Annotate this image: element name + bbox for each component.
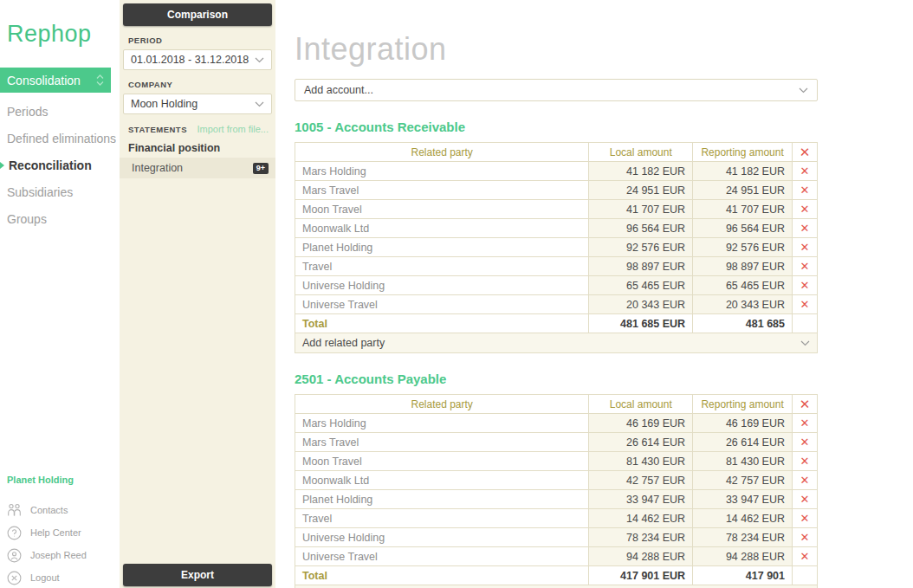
column-header-related-party: Related party (295, 395, 589, 414)
sidebar-item-consolidation[interactable]: Consolidation (0, 68, 111, 93)
delete-row-icon[interactable]: ✕ (800, 241, 810, 254)
local-amount-cell: 41 182 EUR (589, 162, 693, 181)
contacts-icon (7, 503, 22, 517)
table-header-row: Related party Local amount Reporting amo… (295, 395, 818, 414)
sidebar-item-defined-eliminations[interactable]: Defined eliminations (0, 125, 120, 152)
total-label-cell: Total (295, 566, 589, 585)
reporting-amount-cell: 81 430 EUR (693, 452, 793, 471)
delete-row-icon[interactable]: ✕ (800, 436, 810, 449)
delete-row-icon[interactable]: ✕ (800, 531, 810, 544)
table-row: Mars Holding 41 182 EUR 41 182 EUR ✕ (295, 162, 818, 181)
period-label: PERIOD (128, 36, 267, 45)
total-row: Total 481 685 EUR 481 685 (295, 314, 818, 333)
total-row: Total 417 901 EUR 417 901 (295, 566, 818, 585)
chevron-down-icon (255, 57, 264, 63)
table-row: Mars Travel 24 951 EUR 24 951 EUR ✕ (295, 181, 818, 200)
column-header-reporting-amount: Reporting amount (693, 395, 793, 414)
import-from-file-link[interactable]: Import from file... (197, 124, 269, 134)
local-amount-cell: 14 462 EUR (589, 509, 693, 528)
table-row: Moon Travel 41 707 EUR 41 707 EUR ✕ (295, 200, 818, 219)
account-section: 2501 - Accounts Payable Related party Lo… (295, 372, 818, 588)
chevron-down-icon (800, 340, 810, 346)
table-row: Universe Holding 65 465 EUR 65 465 EUR ✕ (295, 276, 818, 295)
local-amount-cell: 96 564 EUR (589, 219, 693, 238)
chevron-down-icon (255, 101, 264, 107)
sidebar-item-subsidiaries[interactable]: Subsidiaries (0, 178, 120, 205)
delete-row-icon[interactable]: ✕ (800, 203, 810, 216)
account-heading: 2501 - Accounts Payable (295, 372, 818, 386)
reporting-amount-cell: 65 465 EUR (693, 276, 793, 295)
total-reporting-cell: 481 685 (693, 314, 793, 333)
table-row: Travel 14 462 EUR 14 462 EUR ✕ (295, 509, 818, 528)
user-profile-link[interactable]: Joseph Reed (7, 544, 120, 566)
related-party-cell: Mars Holding (295, 162, 589, 181)
page-title: Integration (295, 31, 913, 68)
delete-row-icon[interactable]: ✕ (800, 493, 810, 506)
local-amount-cell: 94 288 EUR (589, 547, 693, 566)
reporting-amount-cell: 46 169 EUR (693, 414, 793, 433)
related-party-cell: Moonwalk Ltd (295, 471, 589, 490)
delete-row-icon[interactable]: ✕ (800, 512, 810, 525)
total-label-cell: Total (295, 314, 589, 333)
table-row: Travel 98 897 EUR 98 897 EUR ✕ (295, 257, 818, 276)
delete-row-icon[interactable]: ✕ (800, 455, 810, 468)
add-related-party-select[interactable]: Add related party (295, 333, 818, 353)
local-amount-cell: 24 951 EUR (589, 181, 693, 200)
app-logo: Rephop (7, 21, 92, 48)
related-party-cell: Moon Travel (295, 452, 589, 471)
sidebar-item-periods[interactable]: Periods (0, 98, 120, 125)
delete-row-icon[interactable]: ✕ (800, 279, 810, 292)
total-local-cell: 481 685 EUR (589, 314, 693, 333)
column-header-local-amount: Local amount (589, 395, 693, 414)
related-party-cell: Universe Travel (295, 547, 589, 566)
delete-row-icon[interactable]: ✕ (800, 417, 810, 430)
chevron-updown-icon (96, 74, 104, 86)
statements-label: STATEMENTS (128, 125, 187, 134)
related-party-cell: Universe Holding (295, 276, 589, 295)
company-select[interactable]: Moon Holding (123, 94, 272, 114)
statement-financial-position[interactable]: Financial position (120, 139, 275, 158)
delete-row-icon[interactable]: ✕ (800, 550, 810, 563)
logout-icon (7, 571, 22, 585)
local-amount-cell: 98 897 EUR (589, 257, 693, 276)
delete-row-icon[interactable]: ✕ (800, 222, 810, 235)
period-select[interactable]: 01.01.2018 - 31.12.2018 (123, 49, 272, 70)
table-row: Universe Holding 78 234 EUR 78 234 EUR ✕ (295, 528, 818, 547)
comparison-button[interactable]: Comparison (123, 3, 272, 26)
reconciliation-table: Related party Local amount Reporting amo… (295, 394, 818, 585)
logout-link[interactable]: Logout (7, 566, 120, 588)
delete-row-icon[interactable]: ✕ (800, 474, 810, 487)
local-amount-cell: 41 707 EUR (589, 200, 693, 219)
comparison-panel: Comparison PERIOD 01.01.2018 - 31.12.201… (120, 0, 275, 588)
export-button[interactable]: Export (123, 564, 272, 586)
total-reporting-cell: 417 901 (693, 566, 793, 585)
related-party-cell: Planet Holding (295, 238, 589, 257)
local-amount-cell: 33 947 EUR (589, 490, 693, 509)
delete-row-icon[interactable]: ✕ (800, 165, 810, 178)
delete-account-icon[interactable]: ✕ (800, 145, 811, 159)
statement-integration[interactable]: Integration 9+ (120, 158, 275, 178)
help-center-link[interactable]: Help Center (7, 521, 120, 544)
reporting-amount-cell: 14 462 EUR (693, 509, 793, 528)
sidebar-item-groups[interactable]: Groups (0, 205, 120, 232)
delete-row-icon[interactable]: ✕ (800, 260, 810, 273)
contacts-link[interactable]: Contacts (7, 499, 120, 521)
add-account-select[interactable]: Add account... (295, 79, 818, 101)
reporting-amount-cell: 94 288 EUR (693, 547, 793, 566)
local-amount-cell: 78 234 EUR (589, 528, 693, 547)
reporting-amount-cell: 98 897 EUR (693, 257, 793, 276)
account-section: 1005 - Accounts Receivable Related party… (295, 120, 818, 353)
delete-row-icon[interactable]: ✕ (800, 298, 810, 311)
main-navigation: Consolidation Periods Defined eliminatio… (0, 68, 120, 232)
company-label: COMPANY (128, 80, 267, 89)
related-party-cell: Moon Travel (295, 200, 589, 219)
sidebar-item-reconciliation[interactable]: Reconciliation (0, 152, 120, 178)
sidebar: Rephop Consolidation Periods Defined eli… (0, 0, 120, 588)
related-party-cell: Mars Holding (295, 414, 589, 433)
local-amount-cell: 46 169 EUR (589, 414, 693, 433)
related-party-cell: Moonwalk Ltd (295, 219, 589, 238)
count-badge: 9+ (253, 163, 269, 174)
reporting-amount-cell: 26 614 EUR (693, 433, 793, 452)
delete-account-icon[interactable]: ✕ (800, 397, 811, 411)
delete-row-icon[interactable]: ✕ (800, 184, 810, 197)
